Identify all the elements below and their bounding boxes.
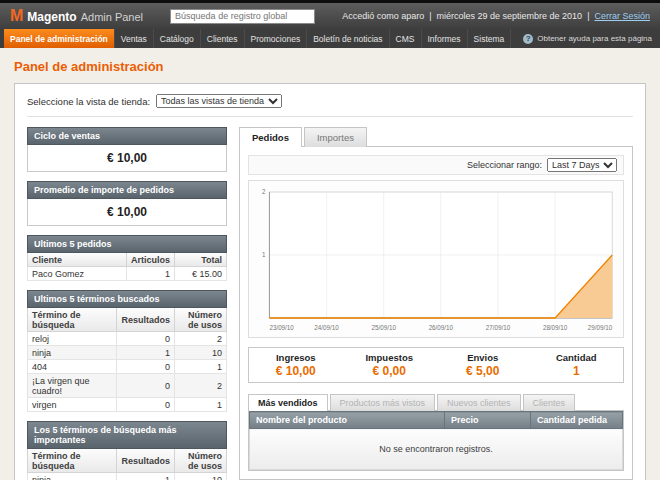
global-search-input[interactable]: [170, 9, 315, 24]
products-grid-panel: Nombre del productoPrecioCantidad pedida…: [248, 410, 624, 471]
total-item: Envios€ 5,00: [436, 348, 530, 382]
column-header: Articulos: [126, 253, 174, 267]
table-cell: 10: [175, 473, 227, 480]
nav-item[interactable]: Catálogo: [154, 29, 201, 48]
nav-item[interactable]: CMS: [390, 29, 422, 48]
last-search-terms-box: Ultimos 5 términos buscados Término de b…: [27, 290, 227, 412]
store-view-label: Seleccione la vista de tienda:: [27, 96, 150, 107]
help-icon: ?: [523, 34, 533, 44]
top-search-terms-box: Los 5 términos de búsqueda más important…: [27, 421, 227, 480]
top-search-terms-table: Término de búsquedaResultadosNúmero de u…: [27, 449, 227, 480]
svg-text:27/09/10: 27/09/10: [486, 324, 511, 331]
nav-items: Panel de administraciónVentasCatálogoCli…: [4, 29, 511, 48]
table-cell: 0: [117, 360, 175, 374]
column-header: Cantidad pedida: [531, 412, 623, 429]
help-label: Obtener ayuda para esta página: [537, 34, 652, 43]
table-cell: 404: [28, 360, 117, 374]
magento-logo: M Magento Admin Panel: [10, 8, 143, 24]
dashboard-container: Seleccione la vista de tienda: Todas las…: [14, 83, 646, 480]
header-user-info: Accedió como aparo | miércoles 29 de sep…: [342, 11, 650, 21]
page-title: Panel de administración: [14, 59, 646, 74]
table-cell: € 15.00: [175, 267, 227, 281]
svg-text:23/09/10: 23/09/10: [269, 324, 294, 331]
orders-area-chart: 23/09/1024/09/1025/09/1026/09/1027/09/10…: [252, 184, 620, 334]
table-row: virgen01: [28, 398, 227, 412]
table-row: reloj02: [28, 332, 227, 346]
products-grid: Nombre del productoPrecioCantidad pedida…: [249, 411, 623, 470]
table-cell: reloj: [28, 332, 117, 346]
dashboard-tab[interactable]: Pedidos: [239, 127, 302, 147]
report-tab[interactable]: Más vendidos: [248, 394, 328, 411]
top-header: M Magento Admin Panel Accedió como aparo…: [0, 0, 660, 29]
svg-text:29/09/10: 29/09/10: [588, 324, 613, 331]
nav-item[interactable]: Panel de administración: [4, 29, 115, 48]
table-row: 40401: [28, 360, 227, 374]
average-orders-value: € 10,00: [27, 199, 227, 226]
dashboard-panel: Seleccionar rango: Last 7 Days 23/09/102…: [239, 146, 633, 480]
column-header: Precio: [445, 412, 531, 429]
lifetime-sales-box: Ciclo de ventas € 10,00: [27, 127, 227, 172]
box-title: Ultimos 5 pedidos: [27, 235, 227, 253]
report-tab[interactable]: Nuevos clientes: [437, 394, 521, 411]
logged-in-as: Accedió como aparo: [342, 11, 424, 21]
table-cell: ninja: [28, 346, 117, 360]
nav-item[interactable]: Sistema: [468, 29, 512, 48]
report-tab[interactable]: Productos más vistos: [330, 394, 436, 411]
table-row: ninja110: [28, 473, 227, 480]
box-title: Ultimos 5 términos buscados: [27, 290, 227, 308]
logo-subtitle: Admin Panel: [81, 11, 143, 23]
nav-item[interactable]: Promociones: [245, 29, 308, 48]
right-column: PedidosImportes Seleccionar rango: Last …: [239, 127, 633, 480]
nav-item[interactable]: Ventas: [115, 29, 154, 48]
table-cell: 10: [175, 346, 227, 360]
column-header: Cliente: [28, 253, 127, 267]
table-cell: ninja: [28, 473, 117, 480]
total-item: Cantidad1: [530, 348, 624, 382]
table-cell: Paco Gomez: [28, 267, 127, 281]
svg-text:28/09/10: 28/09/10: [543, 324, 568, 331]
svg-text:24/09/10: 24/09/10: [314, 324, 339, 331]
table-cell: ¡La virgen que cuadro!: [28, 374, 117, 398]
box-title: Ciclo de ventas: [27, 127, 227, 145]
table-cell: 1: [117, 473, 175, 480]
table-cell: 1: [175, 398, 227, 412]
dashboard-tab[interactable]: Importes: [304, 127, 367, 147]
logout-link[interactable]: Cerrar Sesión: [594, 11, 650, 21]
range-select[interactable]: Last 7 Days: [547, 158, 617, 172]
table-cell: 2: [175, 374, 227, 398]
dashboard-columns: Ciclo de ventas € 10,00 Promedio de impo…: [27, 127, 633, 480]
empty-message: No se encontraron registros.: [250, 429, 623, 470]
total-item: Ingresos€ 10,00: [249, 348, 343, 382]
table-row: ¡La virgen que cuadro!02: [28, 374, 227, 398]
header-separator: |: [587, 11, 589, 21]
magento-logo-icon: M: [10, 8, 23, 24]
current-date: miércoles 29 de septiembre de 2010: [437, 11, 583, 21]
column-header: Total: [175, 253, 227, 267]
store-view-select[interactable]: Todas las vistas de tienda: [156, 94, 282, 108]
column-header: Número de usos: [175, 308, 227, 332]
range-label: Seleccionar rango:: [467, 160, 542, 170]
nav-item[interactable]: Informes: [422, 29, 468, 48]
table-cell: 1: [126, 267, 174, 281]
total-item: Impuestos€ 0,00: [343, 348, 437, 382]
last-orders-box: Ultimos 5 pedidos ClienteArticulosTotal …: [27, 235, 227, 281]
help-link[interactable]: ? Obtener ayuda para esta página: [523, 29, 656, 48]
nav-item[interactable]: Boletín de noticias: [307, 29, 389, 48]
box-title: Promedio de importe de pedidos: [27, 181, 227, 199]
column-header: Número de usos: [175, 449, 227, 473]
table-cell: 2: [175, 332, 227, 346]
report-tab[interactable]: Clientes: [523, 394, 576, 411]
table-cell: virgen: [28, 398, 117, 412]
svg-text:25/09/10: 25/09/10: [371, 324, 396, 331]
table-cell: 1: [117, 346, 175, 360]
last-orders-table: ClienteArticulosTotal Paco Gomez1€ 15.00: [27, 253, 227, 281]
column-header: Nombre del producto: [250, 412, 445, 429]
nav-item[interactable]: Clientes: [201, 29, 245, 48]
svg-text:1: 1: [262, 251, 266, 258]
table-row: Paco Gomez1€ 15.00: [28, 267, 227, 281]
store-switcher: Seleccione la vista de tienda: Todas las…: [27, 94, 633, 117]
table-cell: 0: [117, 374, 175, 398]
average-orders-box: Promedio de importe de pedidos € 10,00: [27, 181, 227, 226]
box-title: Los 5 términos de búsqueda más important…: [27, 421, 227, 449]
report-tabs: Más vendidosProductos más vistosNuevos c…: [248, 394, 624, 411]
